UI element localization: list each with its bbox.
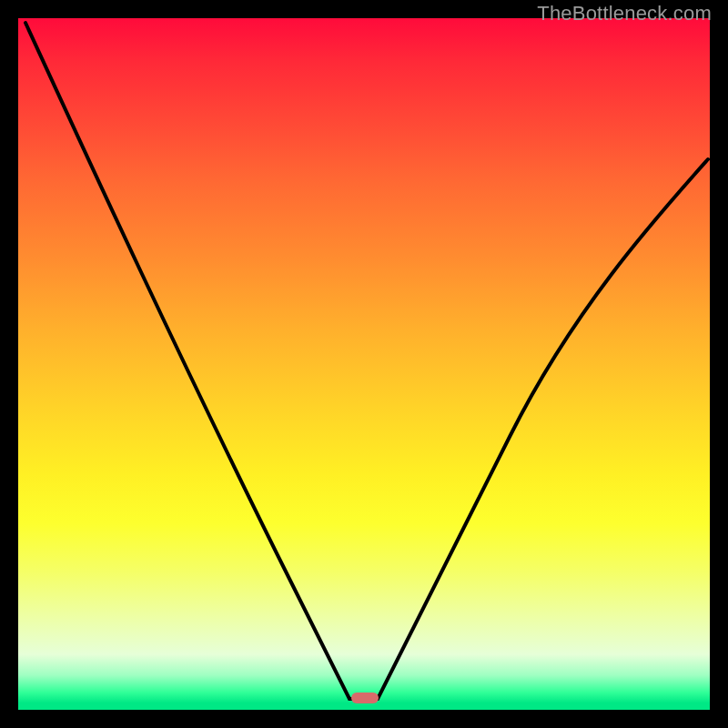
curve-path [25, 23, 708, 699]
bottleneck-curve [18, 18, 710, 710]
plot-area [18, 18, 710, 710]
chart-container: TheBottleneck.com [0, 0, 728, 728]
optimum-marker [351, 693, 379, 703]
watermark-text: TheBottleneck.com [537, 2, 712, 25]
